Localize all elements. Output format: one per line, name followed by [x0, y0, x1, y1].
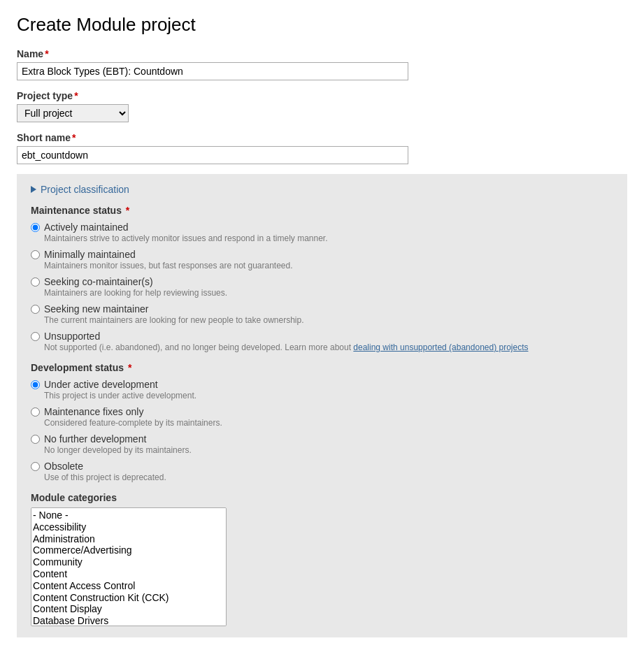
- radio-input-seeking-new-maintainer[interactable]: [31, 305, 40, 314]
- radio-input-unsupported[interactable]: [31, 332, 40, 341]
- project-type-section: Project type* Full project Sandbox proje…: [17, 90, 627, 122]
- module-categories-container: - None - Accessibility Administration Co…: [31, 507, 227, 626]
- module-categories-label: Module categories: [31, 492, 613, 503]
- radio-input-maintenance-fixes-only[interactable]: [31, 407, 40, 417]
- name-input[interactable]: [17, 62, 408, 80]
- name-section: Name*: [17, 48, 627, 80]
- classification-section: Project classification Maintenance statu…: [17, 174, 627, 637]
- radio-obsolete: Obsolete Use of this project is deprecat…: [31, 461, 613, 482]
- name-label: Name*: [17, 48, 627, 59]
- radio-seeking-co-maintainers: Seeking co-maintainer(s) Maintainers are…: [31, 276, 613, 298]
- radio-minimally-maintained: Minimally maintained Maintainers monitor…: [31, 249, 613, 270]
- maintenance-status-label: Maintenance status *: [31, 205, 613, 216]
- development-status-label: Development status *: [31, 362, 613, 373]
- unsupported-link[interactable]: dealing with unsupported (abandoned) pro…: [353, 342, 528, 352]
- development-status-group: Development status * Under active develo…: [31, 362, 613, 482]
- radio-input-minimally-maintained[interactable]: [31, 250, 40, 259]
- classification-header: Project classification: [31, 184, 613, 195]
- page-title: Create Module project: [17, 14, 627, 36]
- project-type-label: Project type*: [17, 90, 627, 101]
- maintenance-status-group: Maintenance status * Actively maintained…: [31, 205, 613, 352]
- classification-toggle[interactable]: Project classification: [41, 184, 129, 195]
- project-type-select[interactable]: Full project Sandbox project: [17, 104, 129, 122]
- radio-input-under-active-development[interactable]: [31, 380, 40, 389]
- radio-no-further-development: No further development No longer develop…: [31, 433, 613, 455]
- short-name-section: Short name*: [17, 132, 627, 164]
- radio-input-seeking-co-maintainers[interactable]: [31, 277, 40, 287]
- triangle-icon: [31, 186, 36, 193]
- radio-input-actively-maintained[interactable]: [31, 223, 40, 232]
- radio-actively-maintained: Actively maintained Maintainers strive t…: [31, 222, 613, 243]
- radio-under-active-development: Under active development This project is…: [31, 379, 613, 400]
- radio-maintenance-fixes-only: Maintenance fixes only Considered featur…: [31, 406, 613, 428]
- radio-input-no-further-development[interactable]: [31, 435, 40, 444]
- module-categories-section: Module categories - None - Accessibility…: [31, 492, 613, 626]
- radio-seeking-new-maintainer: Seeking new maintainer The current maint…: [31, 303, 613, 325]
- short-name-label: Short name*: [17, 132, 627, 143]
- radio-unsupported: Unsupported Not supported (i.e. abandone…: [31, 331, 613, 352]
- radio-input-obsolete[interactable]: [31, 462, 40, 471]
- module-categories-listbox[interactable]: - None - Accessibility Administration Co…: [31, 507, 227, 626]
- short-name-input[interactable]: [17, 146, 408, 164]
